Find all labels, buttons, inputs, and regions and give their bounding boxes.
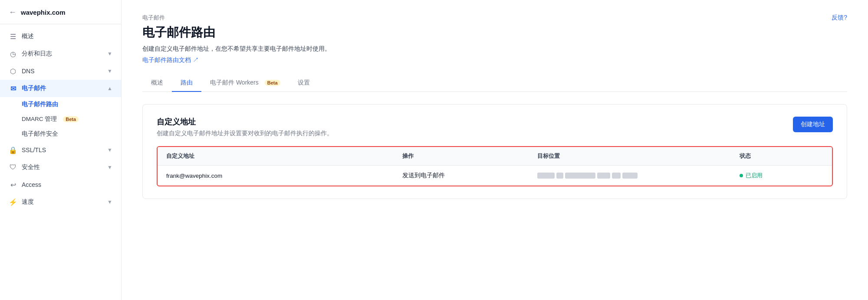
col-header-status: 状态	[731, 147, 832, 166]
sidebar-item-email-routing[interactable]: 电子邮件路由	[22, 97, 121, 112]
cell-action: 发送到电子邮件	[394, 166, 529, 186]
target-placeholder	[537, 173, 722, 179]
sidebar-item-label: Access	[22, 181, 41, 188]
access-icon: ↩	[9, 180, 17, 189]
beta-badge: Beta	[63, 116, 79, 122]
back-button[interactable]: ←	[9, 8, 16, 17]
table-body: frank@wavephix.com 发送到电子邮件	[158, 166, 832, 186]
sidebar-item-dmarc[interactable]: DMARC 管理 Beta	[22, 112, 121, 127]
main-content: 反馈? 电子邮件 电子邮件路由 创建自定义电子邮件地址，在您不希望共享主要电子邮…	[122, 0, 868, 300]
tab-workers[interactable]: 电子邮件 Workers Beta	[201, 75, 289, 92]
col-header-action: 操作	[394, 147, 529, 166]
address-table-wrapper: 自定义地址 操作 目标位置 状态 frank@wavephix.com 发送到电…	[157, 146, 833, 186]
tab-label: 电子邮件 Workers	[210, 79, 259, 87]
sidebar-subitem-label: DMARC 管理	[22, 115, 57, 123]
chevron-down-icon: ▼	[107, 68, 112, 74]
col-header-target: 目标位置	[529, 147, 731, 166]
create-address-button[interactable]: 创建地址	[793, 117, 833, 132]
tab-settings[interactable]: 设置	[289, 75, 319, 92]
target-block	[612, 173, 621, 179]
sidebar-navigation: ☰ 概述 ◷ 分析和日志 ▼ ⬡ DNS ▼ ✉ 电子邮件 ▲ 电子邮件路由 D…	[0, 24, 121, 214]
cell-target	[529, 166, 731, 186]
email-submenu: 电子邮件路由 DMARC 管理 Beta 电子邮件安全	[0, 97, 121, 141]
email-icon: ✉	[9, 84, 17, 93]
sidebar-item-email-security[interactable]: 电子邮件安全	[22, 127, 121, 141]
chevron-down-icon: ▼	[107, 147, 112, 153]
sidebar-item-overview[interactable]: ☰ 概述	[0, 28, 121, 45]
shield-icon: 🛡	[9, 163, 17, 172]
breadcrumb: 电子邮件	[142, 14, 847, 22]
card-header: 自定义地址 创建自定义电子邮件地址并设置要对收到的电子邮件执行的操作。 创建地址	[157, 117, 833, 137]
dns-icon: ⬡	[9, 67, 17, 75]
chevron-down-icon: ▼	[107, 164, 112, 170]
feedback-link[interactable]: 反馈?	[832, 14, 847, 22]
sidebar-subitem-label: 电子邮件路由	[22, 101, 58, 108]
tab-bar: 概述 路由 电子邮件 Workers Beta 设置	[142, 75, 847, 92]
card-description: 创建自定义电子邮件地址并设置要对收到的电子邮件执行的操作。	[157, 130, 333, 137]
tab-overview[interactable]: 概述	[142, 75, 172, 92]
analytics-icon: ◷	[9, 49, 17, 58]
col-header-address: 自定义地址	[158, 147, 394, 166]
address-table: 自定义地址 操作 目标位置 状态 frank@wavephix.com 发送到电…	[158, 147, 832, 186]
sidebar-item-label: 分析和日志	[22, 50, 52, 58]
beta-badge: Beta	[265, 80, 280, 86]
sidebar: ← wavephix.com ☰ 概述 ◷ 分析和日志 ▼ ⬡ DNS ▼ ✉ …	[0, 0, 122, 300]
target-block	[556, 173, 563, 179]
sidebar-item-access[interactable]: ↩ Access	[0, 176, 121, 193]
chevron-up-icon: ▲	[107, 85, 112, 91]
sidebar-header: ← wavephix.com	[0, 0, 121, 24]
target-block	[565, 173, 595, 179]
chevron-down-icon: ▼	[107, 51, 112, 57]
sidebar-item-speed[interactable]: ⚡ 速度 ▼	[0, 193, 121, 211]
page-description: 创建自定义电子邮件地址，在您不希望共享主要电子邮件地址时使用。	[142, 45, 847, 53]
tab-label: 设置	[298, 79, 310, 87]
table-header: 自定义地址 操作 目标位置 状态	[158, 147, 832, 166]
page-title: 电子邮件路由	[142, 24, 847, 41]
sidebar-item-label: 概述	[22, 33, 34, 40]
sidebar-item-label: DNS	[22, 68, 35, 75]
sidebar-item-label: 速度	[22, 198, 34, 206]
cell-address: frank@wavephix.com	[158, 166, 394, 186]
card-title: 自定义地址	[157, 117, 333, 127]
status-dot-icon	[740, 174, 743, 177]
custom-address-card: 自定义地址 创建自定义电子邮件地址并设置要对收到的电子邮件执行的操作。 创建地址…	[142, 104, 847, 199]
doc-link[interactable]: 电子邮件路由文档 ↗	[142, 56, 199, 64]
overview-icon: ☰	[9, 32, 17, 41]
lock-icon: 🔒	[9, 146, 17, 154]
cell-status: 已启用	[731, 166, 832, 186]
tab-routing[interactable]: 路由	[172, 75, 201, 92]
sidebar-item-ssl[interactable]: 🔒 SSL/TLS ▼	[0, 141, 121, 159]
sidebar-item-security[interactable]: 🛡 安全性 ▼	[0, 159, 121, 176]
sidebar-subitem-label: 电子邮件安全	[22, 130, 58, 138]
sidebar-item-analytics[interactable]: ◷ 分析和日志 ▼	[0, 45, 121, 62]
target-block	[537, 173, 555, 179]
sidebar-item-email[interactable]: ✉ 电子邮件 ▲	[0, 80, 121, 97]
chevron-down-icon: ▼	[107, 199, 112, 205]
card-info: 自定义地址 创建自定义电子邮件地址并设置要对收到的电子邮件执行的操作。	[157, 117, 333, 137]
target-block	[597, 173, 610, 179]
target-block	[622, 173, 638, 179]
sidebar-item-dns[interactable]: ⬡ DNS ▼	[0, 62, 121, 80]
sidebar-item-label: SSL/TLS	[22, 147, 46, 153]
sidebar-item-label: 安全性	[22, 163, 40, 171]
speed-icon: ⚡	[9, 198, 17, 206]
table-row: frank@wavephix.com 发送到电子邮件	[158, 166, 832, 186]
tab-label: 路由	[181, 79, 193, 87]
status-badge: 已启用	[740, 172, 763, 179]
status-label: 已启用	[746, 172, 763, 179]
tab-label: 概述	[151, 79, 163, 87]
sidebar-item-label: 电子邮件	[22, 85, 46, 92]
domain-label: wavephix.com	[21, 9, 66, 16]
